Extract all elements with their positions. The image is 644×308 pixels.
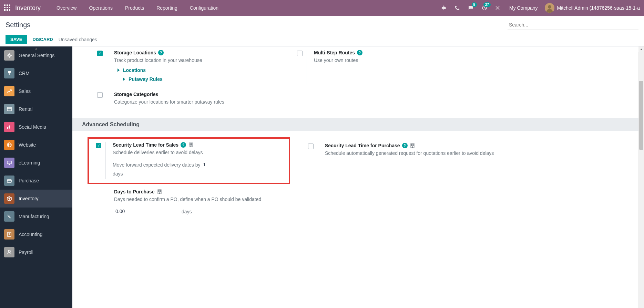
checkbox-multi-step-routes[interactable] bbox=[297, 51, 303, 56]
sidebar-item-label: Manufacturing bbox=[19, 214, 49, 219]
sidebar-icon bbox=[4, 140, 14, 150]
company-selector[interactable]: My Company bbox=[509, 5, 538, 11]
lead-time-prefix: Move forward expected delivery dates by bbox=[113, 162, 200, 168]
svg-rect-49 bbox=[159, 190, 159, 191]
svg-rect-52 bbox=[160, 191, 161, 192]
svg-rect-37 bbox=[190, 144, 191, 144]
phone-icon[interactable] bbox=[451, 6, 464, 10]
setting-desc: Days needed to confirm a PO, define when… bbox=[114, 196, 285, 203]
help-icon[interactable]: ? bbox=[158, 50, 164, 55]
save-button[interactable]: SAVE bbox=[6, 35, 27, 44]
checkbox-storage-categories[interactable] bbox=[97, 92, 103, 98]
page-title: Settings bbox=[6, 21, 30, 29]
sidebar-item-label: Rental bbox=[19, 106, 32, 112]
svg-line-12 bbox=[442, 7, 443, 8]
svg-point-20 bbox=[548, 5, 551, 9]
sidebar-icon bbox=[4, 86, 14, 96]
svg-rect-53 bbox=[159, 193, 160, 194]
help-icon[interactable]: ? bbox=[402, 143, 408, 148]
setting-security-lead-purchase: Security Lead Time for Purchase ? Schedu… bbox=[304, 139, 504, 185]
scroll-up-button[interactable]: ▲ bbox=[638, 46, 644, 52]
lead-time-sales-input[interactable] bbox=[202, 161, 264, 168]
sidebar-item-social-media[interactable]: Social Media bbox=[0, 118, 72, 136]
link-putaway-rules[interactable]: Putaway Rules bbox=[122, 76, 285, 82]
help-icon[interactable]: ? bbox=[357, 50, 362, 55]
checkbox-storage-locations[interactable]: ✓ bbox=[97, 51, 103, 56]
sidebar-item-payroll[interactable]: Payroll bbox=[0, 243, 72, 261]
sidebar-item-manufacturing[interactable]: Manufacturing bbox=[0, 208, 72, 225]
svg-line-14 bbox=[442, 8, 443, 9]
setting-title: Multi-Step Routes bbox=[314, 50, 355, 55]
apps-menu-icon[interactable] bbox=[4, 4, 11, 11]
control-panel: Settings SAVE DISCARD Unsaved changes bbox=[0, 16, 644, 46]
scrollbar-thumb[interactable] bbox=[639, 81, 643, 150]
sidebar-item-accounting[interactable]: Accounting bbox=[0, 225, 72, 243]
sidebar-item-inventory[interactable]: Inventory bbox=[0, 190, 72, 208]
sidebar-item-label: Payroll bbox=[19, 249, 33, 255]
setting-storage-categories: Storage Categories Categorize your locat… bbox=[89, 88, 289, 112]
menu-products[interactable]: Products bbox=[119, 5, 150, 11]
messages-icon[interactable]: 5 bbox=[464, 5, 478, 11]
menu-reporting[interactable]: Reporting bbox=[150, 5, 184, 11]
setting-desc: Schedule automatically generated request… bbox=[325, 150, 500, 157]
svg-line-15 bbox=[445, 8, 446, 9]
unsaved-indicator: Unsaved changes bbox=[59, 37, 97, 42]
svg-rect-44 bbox=[413, 144, 413, 145]
section-advanced-scheduling: Advanced Scheduling bbox=[72, 118, 644, 131]
days-purchase-input[interactable] bbox=[114, 208, 176, 215]
menu-overview[interactable]: Overview bbox=[50, 5, 83, 11]
sidebar-item-label: General Settings bbox=[19, 53, 54, 58]
svg-rect-43 bbox=[411, 144, 412, 145]
sidebar-item-sales[interactable]: Sales bbox=[0, 82, 72, 100]
sidebar-item-crm[interactable]: CRM bbox=[0, 64, 72, 82]
scroll-up-icon[interactable]: ▲ bbox=[34, 46, 38, 50]
sidebar-icon bbox=[4, 247, 14, 257]
sidebar-icon bbox=[4, 229, 14, 240]
close-icon[interactable] bbox=[491, 6, 504, 10]
setting-title: Security Lead Time for Sales bbox=[113, 142, 178, 148]
sidebar-item-website[interactable]: Website bbox=[0, 136, 72, 154]
debug-icon[interactable] bbox=[437, 5, 451, 11]
scrollbar[interactable]: ▲ ▼ bbox=[638, 46, 644, 308]
svg-rect-38 bbox=[191, 144, 192, 144]
sidebar-icon bbox=[4, 211, 14, 222]
svg-rect-3 bbox=[4, 7, 6, 8]
svg-rect-29 bbox=[9, 164, 10, 165]
sidebar-icon bbox=[4, 193, 14, 204]
sidebar-item-rental[interactable]: Rental bbox=[0, 100, 72, 118]
sidebar-item-label: Sales bbox=[19, 88, 31, 94]
svg-rect-46 bbox=[413, 145, 413, 146]
activities-icon[interactable]: 27 bbox=[478, 5, 491, 11]
checkbox-security-lead-sales[interactable]: ✓ bbox=[96, 143, 101, 148]
checkbox-security-lead-purchase[interactable] bbox=[308, 144, 314, 149]
link-locations[interactable]: Locations bbox=[117, 67, 285, 73]
svg-rect-5 bbox=[9, 7, 10, 8]
lead-time-suffix: days bbox=[113, 171, 123, 177]
app-name[interactable]: Inventory bbox=[15, 4, 41, 12]
sidebar-item-label: Accounting bbox=[19, 232, 42, 237]
search-input[interactable] bbox=[508, 20, 638, 30]
help-icon[interactable]: ? bbox=[181, 142, 186, 148]
svg-point-22 bbox=[8, 54, 10, 56]
sidebar-icon bbox=[4, 122, 14, 132]
menu-operations[interactable]: Operations bbox=[83, 5, 119, 11]
menu-configuration[interactable]: Configuration bbox=[184, 5, 225, 11]
sidebar-icon bbox=[4, 104, 14, 114]
svg-rect-2 bbox=[9, 4, 10, 6]
svg-rect-39 bbox=[190, 145, 191, 145]
sidebar-icon bbox=[4, 176, 14, 186]
setting-title: Security Lead Time for Purchase bbox=[325, 143, 400, 148]
sidebar-item-label: Website bbox=[19, 142, 36, 148]
sidebar-item-purchase[interactable]: Purchase bbox=[0, 172, 72, 190]
svg-rect-40 bbox=[191, 145, 192, 145]
sidebar-item-elearning[interactable]: eLearning bbox=[0, 154, 72, 172]
setting-title: Days to Purchase bbox=[114, 189, 155, 194]
user-menu[interactable]: Mitchell Admin (14876256-saas-15-1-a bbox=[545, 3, 640, 13]
setting-storage-locations: ✓ Storage Locations ? Track product loca… bbox=[89, 46, 289, 88]
svg-rect-23 bbox=[7, 107, 11, 111]
svg-rect-47 bbox=[412, 147, 413, 148]
setting-desc: Track product location in your warehouse bbox=[114, 57, 285, 64]
setting-desc: Categorize your locations for smarter pu… bbox=[114, 98, 285, 106]
building-icon bbox=[410, 143, 415, 148]
discard-button[interactable]: DISCARD bbox=[32, 37, 53, 42]
